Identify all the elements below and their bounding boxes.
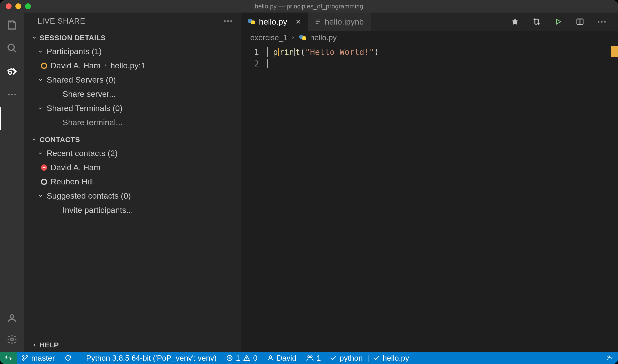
python-file-icon — [299, 36, 307, 39]
breadcrumb[interactable]: exercise_1 hello.py — [241, 31, 618, 44]
pin-icon[interactable] — [510, 17, 520, 26]
recent-contacts-group[interactable]: Recent contacts (2) — [24, 146, 241, 160]
settings-gear-icon[interactable] — [6, 334, 18, 345]
notebook-icon — [315, 18, 321, 25]
activity-bar — [0, 13, 24, 352]
share-terminal-action[interactable]: Share terminal... — [24, 115, 241, 130]
run-icon[interactable] — [554, 17, 563, 26]
split-editor-icon[interactable] — [575, 17, 585, 26]
shared-servers-group[interactable]: Shared Servers (0) — [24, 73, 241, 87]
explorer-icon[interactable] — [6, 19, 18, 31]
svg-point-5 — [23, 356, 24, 357]
more-icon[interactable] — [6, 89, 18, 100]
participant-location: hello.py:1 — [110, 61, 146, 70]
svg-point-10 — [308, 356, 309, 358]
editor-group: hello.py hello.ipynb — [241, 13, 618, 352]
activity-active-indicator — [0, 107, 1, 130]
close-window-button[interactable] — [6, 3, 12, 9]
sidebar-panel: LIVE SHARE SESSION DETAILS Participants … — [24, 13, 241, 352]
participant-status-icon — [41, 63, 47, 69]
editor-caret-icon — [294, 48, 295, 56]
python-file-icon — [247, 20, 256, 24]
offline-status-icon — [41, 179, 47, 185]
sidebar-header: LIVE SHARE — [24, 13, 241, 29]
titlebar: hello.py — principles_of_programming — [0, 0, 618, 13]
problems-indicator[interactable]: 1 0 — [221, 352, 262, 364]
participants-group[interactable]: Participants (1) — [24, 44, 241, 58]
contacts-header[interactable]: CONTACTS — [24, 133, 241, 146]
compare-icon[interactable] — [532, 17, 541, 26]
contact-item[interactable]: Reuben Hill — [24, 175, 241, 189]
editor-surface[interactable]: 1 2 print("Hello World!") — [241, 44, 618, 352]
svg-point-0 — [8, 44, 14, 51]
line-indicator — [267, 44, 269, 352]
tab-hello-py[interactable]: hello.py — [241, 13, 308, 31]
svg-point-12 — [608, 356, 610, 358]
python-interpreter[interactable]: Python 3.8.5 64-bit ('PoP_venv': venv) — [81, 352, 221, 364]
invite-participants-action[interactable]: Invite participants... — [24, 203, 241, 217]
status-bar: master Python 3.8.5 64-bit ('PoP_venv': … — [0, 352, 618, 364]
dnd-status-icon — [41, 164, 47, 171]
tab-hello-ipynb[interactable]: hello.ipynb — [308, 13, 371, 31]
svg-point-1 — [10, 315, 14, 318]
contact-item[interactable]: David A. Ham — [24, 160, 241, 175]
liveshare-participants[interactable]: 1 — [301, 352, 326, 364]
editor-actions — [510, 13, 613, 31]
code-content[interactable]: print("Hello World!") — [273, 44, 379, 352]
suggested-contacts-group[interactable]: Suggested contacts (0) — [24, 189, 241, 203]
svg-point-9 — [269, 356, 271, 358]
editor-more-icon[interactable] — [597, 17, 606, 26]
svg-point-6 — [26, 356, 28, 357]
traffic-lights — [6, 3, 31, 9]
vscode-window: hello.py — principles_of_programming — [0, 0, 618, 364]
svg-point-11 — [310, 356, 312, 358]
liveshare-user[interactable]: David — [262, 352, 301, 364]
participant-item[interactable]: David A. Ham · hello.py:1 — [24, 58, 241, 73]
gutter: 1 2 — [241, 44, 267, 352]
minimize-window-button[interactable] — [15, 3, 21, 9]
liveshare-icon[interactable] — [6, 65, 18, 77]
svg-marker-3 — [557, 19, 561, 24]
accounts-icon[interactable] — [6, 312, 18, 324]
sidebar-title: LIVE SHARE — [38, 17, 85, 26]
check-python[interactable]: python | hello.py — [326, 352, 414, 364]
feedback-icon[interactable] — [601, 352, 618, 364]
sidebar-more-icon[interactable] — [224, 20, 232, 22]
remote-indicator[interactable] — [0, 352, 17, 364]
minimap[interactable] — [611, 44, 618, 352]
sync-button[interactable] — [60, 352, 77, 364]
zoom-window-button[interactable] — [25, 3, 31, 9]
session-details-header[interactable]: SESSION DETAILS — [24, 31, 241, 44]
collab-cursor-icon — [278, 48, 279, 56]
search-icon[interactable] — [6, 42, 18, 54]
svg-point-2 — [11, 338, 13, 341]
share-server-action[interactable]: Share server... — [24, 87, 241, 101]
close-tab-icon[interactable] — [295, 17, 301, 26]
shared-terminals-group[interactable]: Shared Terminals (0) — [24, 101, 241, 115]
branch-indicator[interactable]: master — [17, 352, 60, 364]
contacts-section: CONTACTS Recent contacts (2) David A. Ha… — [24, 131, 241, 217]
session-details-section: SESSION DETAILS Participants (1) David A… — [24, 29, 241, 130]
window-title: hello.py — principles_of_programming — [255, 3, 363, 10]
tab-bar: hello.py hello.ipynb — [241, 13, 618, 31]
help-section-header[interactable]: HELP — [24, 338, 241, 352]
